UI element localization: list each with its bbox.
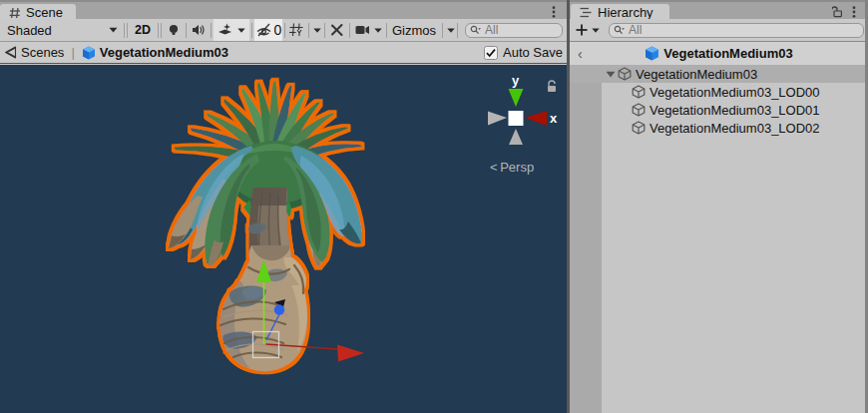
svg-text:x: x xyxy=(550,111,558,126)
svg-text:y: y xyxy=(512,73,520,88)
